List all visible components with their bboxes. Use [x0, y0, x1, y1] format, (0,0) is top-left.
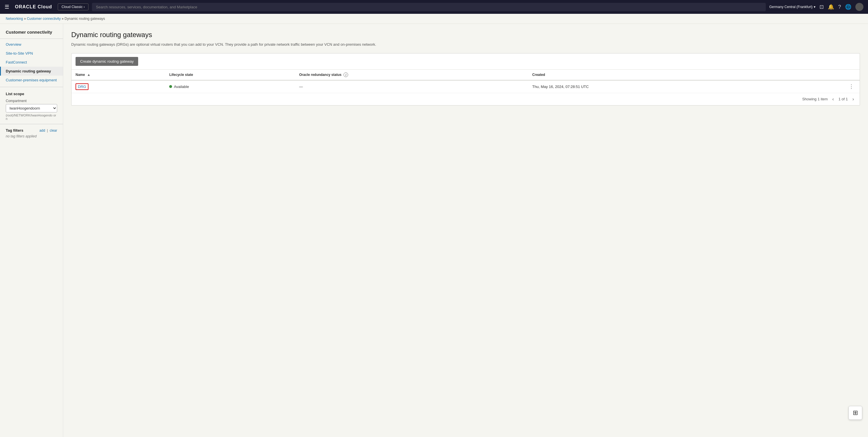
help-widget-icon: ⊞ [853, 409, 858, 416]
tag-links: add | clear [39, 128, 57, 133]
tag-filters-section: Tag filters add | clear no tag filters a… [0, 124, 63, 138]
page-description: Dynamic routing gateways (DRGs) are opti… [71, 42, 387, 48]
sidebar-item-dynamic-routing-gateway[interactable]: Dynamic routing gateway [0, 67, 63, 76]
help-icon[interactable]: ? [838, 4, 841, 10]
cell-redundancy: — [295, 80, 528, 93]
row-kebab-menu[interactable]: ⋮ [847, 84, 856, 89]
page-title: Dynamic routing gateways [71, 31, 860, 39]
breadcrumb: Networking » Customer connectivity » Dyn… [0, 14, 868, 24]
sidebar-item-fastconnect[interactable]: FastConnect [0, 58, 63, 67]
cell-name: DRG [71, 80, 165, 93]
compartment-select[interactable]: IwanHoogendoorn [6, 104, 57, 112]
cell-lifecycle: Available [165, 80, 295, 93]
tag-no-filters-label: no tag filters applied [6, 134, 57, 138]
globe-icon[interactable]: 🌐 [845, 4, 851, 10]
breadcrumb-current: Dynamic routing gateways [65, 17, 105, 21]
breadcrumb-sep-1: » [24, 17, 26, 21]
sidebar: Customer connectivity Overview Site-to-S… [0, 24, 63, 437]
status-dot-green [169, 85, 172, 88]
user-avatar[interactable] [855, 3, 863, 11]
sidebar-nav: Overview Site-to-Site VPN FastConnect Dy… [0, 40, 63, 85]
pagination-prev-button[interactable]: ‹ [831, 96, 836, 103]
create-drg-button[interactable]: Create dynamic routing gateway [75, 57, 138, 66]
oracle-logo: ORACLE Cloud [15, 4, 52, 9]
breadcrumb-customer-connectivity[interactable]: Customer connectivity [27, 17, 61, 21]
region-selector[interactable]: Germany Central (Frankfurt) ▾ [769, 5, 815, 9]
list-scope-title: List scope [6, 92, 57, 96]
lifecycle-status: Available [169, 85, 291, 89]
showing-label: Showing 1 item [802, 97, 828, 101]
terminal-icon[interactable]: ⊡ [819, 4, 824, 10]
created-value: Thu, May 16, 2024, 07:28:51 UTC [532, 85, 589, 89]
main-content: Dynamic routing gateways Dynamic routing… [63, 24, 868, 437]
col-name[interactable]: Name ▲ [71, 69, 165, 80]
list-scope-section: List scope Compartment IwanHoogendoorn (… [0, 87, 63, 120]
drg-table: Name ▲ Lifecycle state Oracle redundancy… [71, 69, 860, 93]
redundancy-info-icon[interactable]: i [343, 72, 348, 77]
sort-icon-name: ▲ [87, 73, 91, 77]
pagination-next-button[interactable]: › [851, 96, 856, 103]
drg-name-wrapper: DRG [75, 83, 89, 90]
cell-created: Thu, May 16, 2024, 07:28:51 UTC [528, 80, 792, 93]
cell-row-actions: ⋮ [792, 80, 860, 93]
breadcrumb-networking[interactable]: Networking [6, 17, 23, 21]
tag-link-separator: | [47, 128, 48, 133]
tag-clear-link[interactable]: clear [50, 128, 57, 133]
sidebar-item-site-to-site-vpn[interactable]: Site-to-Site VPN [0, 49, 63, 58]
drg-name-link[interactable]: DRG [78, 85, 86, 89]
pagination-page: 1 of 1 [838, 97, 848, 101]
lifecycle-label: Available [174, 85, 189, 89]
table-row: DRG Available — [71, 80, 860, 93]
col-lifecycle-state: Lifecycle state [165, 69, 295, 80]
tag-add-link[interactable]: add [39, 128, 45, 133]
topnav-right-actions: Germany Central (Frankfurt) ▾ ⊡ 🔔 ? 🌐 [769, 3, 863, 11]
table-footer: Showing 1 item ‹ 1 of 1 › [71, 93, 860, 105]
bell-icon[interactable]: 🔔 [828, 4, 834, 10]
tag-filters-header: Tag filters add | clear [6, 128, 57, 133]
page-layout: Customer connectivity Overview Site-to-S… [0, 24, 868, 437]
col-oracle-redundancy-status: Oracle redundancy status i [295, 69, 528, 80]
breadcrumb-sep-2: » [62, 17, 64, 21]
help-widget[interactable]: ⊞ [848, 406, 862, 420]
cloud-classic-button[interactable]: Cloud Classic › [58, 3, 89, 10]
table-toolbar: Create dynamic routing gateway [71, 54, 860, 69]
hamburger-icon[interactable]: ☰ [5, 4, 9, 10]
search-input[interactable] [92, 3, 766, 11]
table-container: Create dynamic routing gateway Name ▲ Li… [71, 53, 860, 106]
sidebar-item-customer-premises-equipment[interactable]: Customer-premises equipment [0, 76, 63, 85]
col-created: Created [528, 69, 792, 80]
sidebar-title: Customer connectivity [0, 30, 63, 39]
compartment-label: Compartment [6, 99, 57, 103]
redundancy-value: — [299, 85, 303, 89]
table-header-row: Name ▲ Lifecycle state Oracle redundancy… [71, 69, 860, 80]
sidebar-item-overview[interactable]: Overview [0, 40, 63, 49]
tag-filters-title: Tag filters [6, 128, 23, 133]
top-navigation: ☰ ORACLE Cloud Cloud Classic › Germany C… [0, 0, 868, 14]
col-actions [792, 69, 860, 80]
compartment-hint: (root)/NETWORK/IwanHoogendo orn [6, 114, 57, 120]
